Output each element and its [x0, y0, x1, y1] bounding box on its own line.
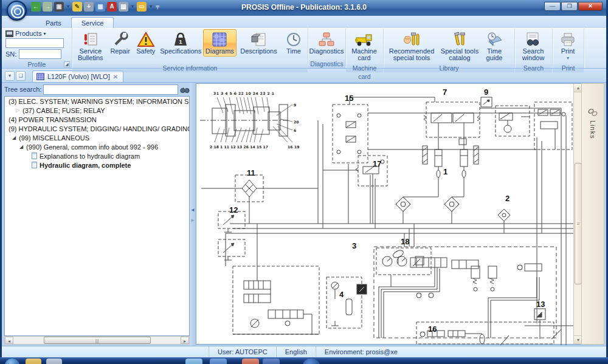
descriptions-button[interactable]: Descriptions: [237, 29, 281, 57]
close-button[interactable]: ✕: [578, 2, 603, 11]
tree-item[interactable]: (9) HYDRAULIC SYSTEM; DIGGING/ HANDLING/…: [5, 124, 189, 133]
screen: ←→▣▾✎+▦A▤▾▭▾╤ PROSIS Offline - Publicati…: [0, 0, 608, 364]
scroll-right-arrow[interactable]: ▸: [181, 337, 189, 344]
machine-card-button[interactable]: Machine card: [347, 29, 381, 63]
status-user: User: AUTOEPC: [209, 346, 276, 357]
repair-button[interactable]: Repair: [108, 29, 133, 57]
tab-list-dropdown-button[interactable]: ▾: [5, 71, 15, 81]
products-combobox[interactable]: [5, 38, 64, 48]
binoculars-icon[interactable]: [180, 86, 190, 94]
recommended-special-tools-button[interactable]: Recommended special tools: [385, 29, 438, 63]
print-dropdown-icon[interactable]: ▾: [567, 55, 569, 61]
tree-expander-icon[interactable]: ▷: [16, 108, 22, 113]
safety-label: Safety: [136, 48, 155, 55]
new-tab-button[interactable]: ❏: [16, 71, 26, 81]
tree-item[interactable]: ◢(99) MISCELLANEOUS: [5, 133, 189, 142]
collapse-right-icon[interactable]: ►: [190, 218, 195, 223]
group-profile-label: Profile ◢: [2, 60, 72, 69]
tree-item-label: (990) General, common info about 992 - 9…: [26, 143, 158, 151]
taskbar-app-icon[interactable]: [242, 359, 259, 364]
tree-expander-icon[interactable]: ◢: [12, 135, 19, 140]
tree-item-label: (99) MISCELLANEOUS: [19, 134, 89, 142]
tree-search-row: Tree search:: [4, 83, 190, 95]
sn-label: SN:: [5, 50, 16, 58]
diagram-panel: 31 3 4 5 6 22 10 24 23 2 1 2 18 1 11 12 …: [196, 83, 583, 345]
taskbar-folder-icon[interactable]: [26, 359, 41, 364]
tree-item[interactable]: ▷(37) CABLE; FUSE; RELAY: [5, 106, 189, 115]
sn-input[interactable]: [19, 49, 61, 59]
group-library-label: Library: [384, 64, 514, 72]
svg-text:1: 1: [179, 39, 182, 45]
tree-search-input[interactable]: [43, 84, 178, 95]
time-label: Time: [286, 48, 301, 55]
group-print: Print ▾ Print: [553, 29, 584, 68]
time-button[interactable]: Time: [281, 29, 306, 57]
print-button[interactable]: Print ▾: [554, 29, 582, 63]
group-service-information: Service Bulletins Repair Safety 1: [72, 29, 308, 68]
group-machine-card: Machine card Machine card: [346, 29, 384, 68]
specifications-button[interactable]: 1 Specifications: [159, 29, 203, 57]
application-orb-button[interactable]: [7, 1, 27, 21]
tree-item[interactable]: Hydraulic diagram, complete: [5, 160, 189, 170]
tree-item[interactable]: (3) ELEC. SYSTEM; WARNING SYSTEM; INFORM…: [5, 97, 189, 106]
repair-label: Repair: [110, 48, 130, 55]
profile-dialog-launcher[interactable]: ◢: [64, 61, 70, 67]
descriptions-label: Descriptions: [240, 48, 277, 55]
panel-splitter[interactable]: ◄ ►: [190, 83, 196, 346]
windows-taskbar: [0, 357, 608, 364]
links-panel-collapsed[interactable]: Links: [581, 83, 604, 345]
scroll-left-arrow[interactable]: ◂: [5, 337, 13, 344]
document-icon: [32, 162, 37, 168]
collapse-left-icon[interactable]: ◄: [190, 207, 195, 213]
special-tools-catalog-button[interactable]: Special tools catalog: [438, 29, 481, 63]
maximize-button[interactable]: ❐: [561, 2, 578, 11]
scroll-track[interactable]: |||: [13, 337, 181, 344]
service-bulletins-button[interactable]: Service Bulletins: [74, 29, 108, 63]
diagnostics-button[interactable]: Diagnostics: [309, 29, 344, 57]
diagram-number: 12: [229, 205, 238, 215]
time-guide-button[interactable]: Time guide: [481, 29, 508, 63]
search-window-label: Search window: [517, 48, 549, 61]
products-dropdown-icon: ▾: [43, 31, 46, 36]
group-print-label: Print: [553, 64, 584, 72]
tab-parts[interactable]: Parts: [36, 18, 71, 28]
diagrams-button[interactable]: Diagrams: [203, 29, 237, 57]
group-library: Recommended special tools Special tools …: [384, 29, 515, 68]
tree-item[interactable]: ◢(990) General, common info about 992 - …: [5, 142, 189, 151]
group-diagnostics-label: Diagnostics: [308, 60, 345, 68]
taskbar-app-icon[interactable]: [210, 359, 227, 364]
search-window-button[interactable]: Search window: [516, 29, 550, 63]
tab-close-icon[interactable]: ✕: [113, 74, 118, 80]
start-orb-icon[interactable]: [5, 359, 19, 364]
diagram-number: 11: [247, 168, 255, 177]
safety-button[interactable]: Safety: [133, 29, 159, 57]
group-search: Search window Search: [515, 29, 553, 68]
taskbar-app-icon[interactable]: [185, 359, 202, 364]
scroll-thumb[interactable]: |||: [44, 337, 151, 344]
machine-card-icon: [355, 31, 373, 48]
tree-expander-icon[interactable]: ◢: [19, 144, 26, 149]
taskbar-app-icon[interactable]: [303, 359, 320, 364]
diagram-number: 2: [505, 194, 510, 203]
minimize-button[interactable]: —: [544, 2, 561, 11]
status-language[interactable]: English: [276, 346, 316, 357]
print-label: Print: [561, 48, 575, 55]
tree-item[interactable]: Explanations to hydraulic diagram: [5, 151, 189, 160]
diagram-number: 7: [443, 88, 447, 97]
tree-list: (3) ELEC. SYSTEM; WARNING SYSTEM; INFORM…: [4, 96, 190, 336]
taskbar-app-icon[interactable]: [263, 359, 280, 364]
products-button[interactable]: Products ▾: [5, 30, 66, 37]
tree-item-label: (4) POWER TRANSMISSION: [9, 116, 97, 123]
tab-service[interactable]: Service: [71, 17, 114, 28]
group-search-label: Search: [515, 64, 552, 72]
title-bar: ←→▣▾✎+▦A▤▾▭▾╤ PROSIS Offline - Publicati…: [2, 0, 606, 16]
products-icon: [5, 30, 13, 37]
tree-horizontal-scrollbar[interactable]: ◂ ||| ▸: [4, 336, 190, 345]
taskbar-app-icon[interactable]: [46, 359, 62, 364]
group-profile: Products ▾ SN: Profile ◢: [2, 29, 72, 68]
main-area: Tree search: (3) ELEC. SYSTEM; WARNING S…: [2, 83, 606, 346]
safety-icon: [137, 31, 154, 48]
tree-item[interactable]: (4) POWER TRANSMISSION: [5, 115, 189, 124]
special-tools-catalog-label: Special tools catalog: [440, 48, 480, 61]
diagram-number: 3: [352, 241, 356, 250]
